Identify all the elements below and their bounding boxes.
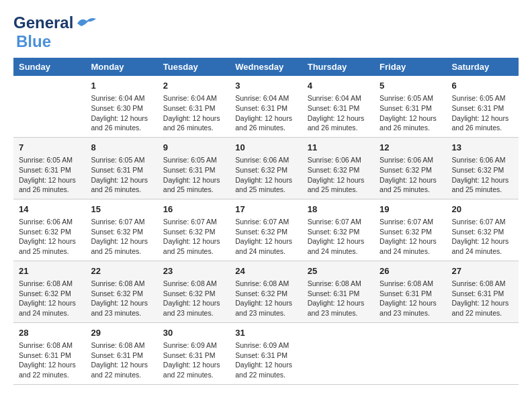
calendar-cell: 20Sunrise: 6:07 AM Sunset: 6:32 PM Dayli… <box>447 199 519 261</box>
calendar-cell: 2Sunrise: 6:04 AM Sunset: 6:31 PM Daylig… <box>158 76 230 137</box>
calendar-cell <box>302 322 374 384</box>
day-number: 27 <box>452 265 513 277</box>
calendar-header-row: SundayMondayTuesdayWednesdayThursdayFrid… <box>13 58 519 76</box>
day-number: 15 <box>91 203 152 216</box>
day-info: Sunrise: 6:05 AM Sunset: 6:31 PM Dayligh… <box>19 155 80 195</box>
calendar-cell: 21Sunrise: 6:08 AM Sunset: 6:32 PM Dayli… <box>13 261 85 322</box>
day-info: Sunrise: 6:08 AM Sunset: 6:31 PM Dayligh… <box>19 340 80 380</box>
calendar-table: SundayMondayTuesdayWednesdayThursdayFrid… <box>13 58 519 385</box>
day-number: 28 <box>19 327 80 339</box>
day-number: 16 <box>163 203 224 216</box>
day-info: Sunrise: 6:06 AM Sunset: 6:32 PM Dayligh… <box>380 155 441 195</box>
day-info: Sunrise: 6:07 AM Sunset: 6:32 PM Dayligh… <box>308 217 369 257</box>
calendar-cell: 24Sunrise: 6:08 AM Sunset: 6:32 PM Dayli… <box>230 261 302 322</box>
day-number: 23 <box>163 265 224 277</box>
calendar-cell: 31Sunrise: 6:09 AM Sunset: 6:31 PM Dayli… <box>230 322 302 384</box>
calendar-cell: 3Sunrise: 6:04 AM Sunset: 6:31 PM Daylig… <box>230 76 302 137</box>
logo-blue-text: Blue <box>16 32 51 50</box>
calendar-cell <box>13 76 85 137</box>
day-info: Sunrise: 6:05 AM Sunset: 6:31 PM Dayligh… <box>452 93 513 133</box>
day-number: 6 <box>452 80 513 92</box>
day-number: 4 <box>308 80 369 92</box>
week-row-3: 14Sunrise: 6:06 AM Sunset: 6:32 PM Dayli… <box>13 199 519 261</box>
day-info: Sunrise: 6:05 AM Sunset: 6:31 PM Dayligh… <box>163 155 224 195</box>
calendar-cell: 18Sunrise: 6:07 AM Sunset: 6:32 PM Dayli… <box>302 199 374 261</box>
day-info: Sunrise: 6:09 AM Sunset: 6:31 PM Dayligh… <box>163 340 224 380</box>
day-info: Sunrise: 6:08 AM Sunset: 6:32 PM Dayligh… <box>163 279 224 318</box>
header-saturday: Saturday <box>447 58 519 76</box>
day-number: 13 <box>452 142 513 154</box>
header-tuesday: Tuesday <box>158 58 230 76</box>
calendar-cell: 25Sunrise: 6:08 AM Sunset: 6:31 PM Dayli… <box>302 261 374 322</box>
calendar-cell: 5Sunrise: 6:05 AM Sunset: 6:31 PM Daylig… <box>374 76 446 137</box>
week-row-4: 21Sunrise: 6:08 AM Sunset: 6:32 PM Dayli… <box>13 261 519 322</box>
day-number: 18 <box>308 203 369 216</box>
week-row-1: 1Sunrise: 6:04 AM Sunset: 6:30 PM Daylig… <box>13 76 519 137</box>
calendar-body: 1Sunrise: 6:04 AM Sunset: 6:30 PM Daylig… <box>13 76 519 384</box>
logo: General Blue <box>13 13 97 51</box>
day-number: 14 <box>19 203 80 216</box>
day-info: Sunrise: 6:07 AM Sunset: 6:32 PM Dayligh… <box>380 217 441 257</box>
day-info: Sunrise: 6:08 AM Sunset: 6:32 PM Dayligh… <box>235 279 296 318</box>
day-info: Sunrise: 6:04 AM Sunset: 6:30 PM Dayligh… <box>91 93 152 133</box>
calendar-cell: 13Sunrise: 6:06 AM Sunset: 6:32 PM Dayli… <box>447 137 519 199</box>
day-number: 24 <box>235 265 296 277</box>
calendar-cell: 27Sunrise: 6:08 AM Sunset: 6:31 PM Dayli… <box>447 261 519 322</box>
calendar-cell: 10Sunrise: 6:06 AM Sunset: 6:32 PM Dayli… <box>230 137 302 199</box>
day-info: Sunrise: 6:07 AM Sunset: 6:32 PM Dayligh… <box>452 217 513 257</box>
day-number: 11 <box>308 142 369 154</box>
day-number: 12 <box>380 142 441 154</box>
week-row-5: 28Sunrise: 6:08 AM Sunset: 6:31 PM Dayli… <box>13 322 519 384</box>
day-number: 31 <box>235 327 296 339</box>
day-number: 2 <box>163 80 224 92</box>
day-number: 21 <box>19 265 80 277</box>
day-info: Sunrise: 6:04 AM Sunset: 6:31 PM Dayligh… <box>308 93 369 133</box>
logo-text: General <box>13 13 73 32</box>
calendar-cell: 1Sunrise: 6:04 AM Sunset: 6:30 PM Daylig… <box>85 76 157 137</box>
day-info: Sunrise: 6:06 AM Sunset: 6:32 PM Dayligh… <box>308 155 369 195</box>
day-number: 9 <box>163 142 224 154</box>
calendar-cell: 26Sunrise: 6:08 AM Sunset: 6:31 PM Dayli… <box>374 261 446 322</box>
day-number: 1 <box>91 80 152 92</box>
day-number: 22 <box>91 265 152 277</box>
calendar-cell: 15Sunrise: 6:07 AM Sunset: 6:32 PM Dayli… <box>85 199 157 261</box>
calendar-cell: 17Sunrise: 6:07 AM Sunset: 6:32 PM Dayli… <box>230 199 302 261</box>
day-number: 29 <box>91 327 152 339</box>
day-info: Sunrise: 6:08 AM Sunset: 6:32 PM Dayligh… <box>19 279 80 318</box>
calendar-cell: 8Sunrise: 6:05 AM Sunset: 6:31 PM Daylig… <box>85 137 157 199</box>
day-number: 10 <box>235 142 296 154</box>
calendar-cell: 23Sunrise: 6:08 AM Sunset: 6:32 PM Dayli… <box>158 261 230 322</box>
calendar-cell: 12Sunrise: 6:06 AM Sunset: 6:32 PM Dayli… <box>374 137 446 199</box>
calendar-cell: 4Sunrise: 6:04 AM Sunset: 6:31 PM Daylig… <box>302 76 374 137</box>
day-info: Sunrise: 6:08 AM Sunset: 6:31 PM Dayligh… <box>308 279 369 318</box>
calendar-cell <box>374 322 446 384</box>
calendar-cell: 11Sunrise: 6:06 AM Sunset: 6:32 PM Dayli… <box>302 137 374 199</box>
day-info: Sunrise: 6:09 AM Sunset: 6:31 PM Dayligh… <box>235 340 296 380</box>
calendar-cell: 6Sunrise: 6:05 AM Sunset: 6:31 PM Daylig… <box>447 76 519 137</box>
day-info: Sunrise: 6:04 AM Sunset: 6:31 PM Dayligh… <box>235 93 296 133</box>
day-number: 5 <box>380 80 441 92</box>
page-header: General Blue <box>13 13 519 51</box>
calendar-cell: 16Sunrise: 6:07 AM Sunset: 6:32 PM Dayli… <box>158 199 230 261</box>
day-info: Sunrise: 6:06 AM Sunset: 6:32 PM Dayligh… <box>235 155 296 195</box>
header-thursday: Thursday <box>302 58 374 76</box>
header-wednesday: Wednesday <box>230 58 302 76</box>
day-number: 7 <box>19 142 80 154</box>
calendar-cell <box>447 322 519 384</box>
day-info: Sunrise: 6:05 AM Sunset: 6:31 PM Dayligh… <box>380 93 441 133</box>
day-info: Sunrise: 6:08 AM Sunset: 6:31 PM Dayligh… <box>91 340 152 380</box>
header-friday: Friday <box>374 58 446 76</box>
day-number: 20 <box>452 203 513 216</box>
calendar-cell: 22Sunrise: 6:08 AM Sunset: 6:32 PM Dayli… <box>85 261 157 322</box>
calendar-cell: 14Sunrise: 6:06 AM Sunset: 6:32 PM Dayli… <box>13 199 85 261</box>
calendar-cell: 29Sunrise: 6:08 AM Sunset: 6:31 PM Dayli… <box>85 322 157 384</box>
day-info: Sunrise: 6:08 AM Sunset: 6:32 PM Dayligh… <box>91 279 152 318</box>
day-info: Sunrise: 6:06 AM Sunset: 6:32 PM Dayligh… <box>19 217 80 257</box>
week-row-2: 7Sunrise: 6:05 AM Sunset: 6:31 PM Daylig… <box>13 137 519 199</box>
day-info: Sunrise: 6:07 AM Sunset: 6:32 PM Dayligh… <box>163 217 224 257</box>
calendar-cell: 19Sunrise: 6:07 AM Sunset: 6:32 PM Dayli… <box>374 199 446 261</box>
day-number: 26 <box>380 265 441 277</box>
logo-bird-icon <box>76 15 97 30</box>
day-info: Sunrise: 6:07 AM Sunset: 6:32 PM Dayligh… <box>91 217 152 257</box>
day-info: Sunrise: 6:08 AM Sunset: 6:31 PM Dayligh… <box>452 279 513 318</box>
